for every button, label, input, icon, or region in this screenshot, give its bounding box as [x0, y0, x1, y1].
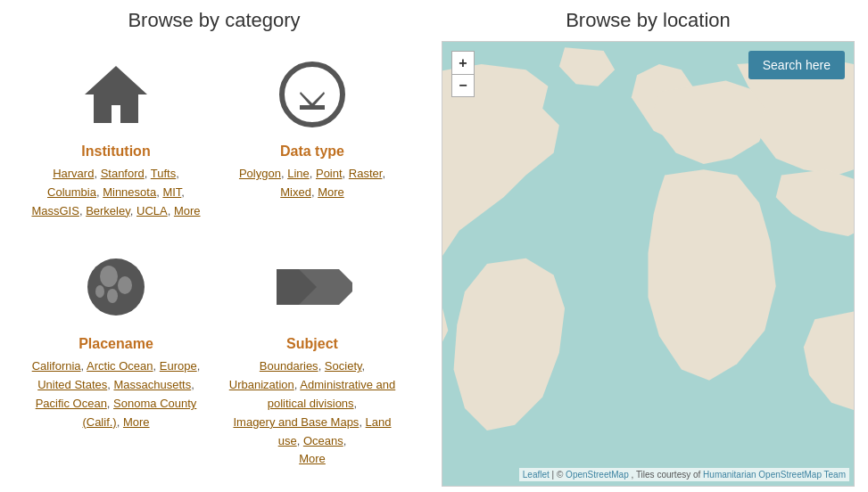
link-oceans[interactable]: Oceans [303, 434, 343, 447]
left-panel: Browse by category Institution Harvard, … [0, 0, 428, 492]
link-minnesota[interactable]: Minnesota [103, 185, 156, 199]
link-society[interactable]: Society [325, 359, 362, 373]
link-arctic-ocean[interactable]: Arctic Ocean [87, 359, 153, 373]
download-icon [272, 54, 352, 135]
link-line[interactable]: Line [287, 167, 310, 180]
category-grid: Institution Harvard, Stanford, Tufts, Co… [18, 45, 410, 487]
link-berkeley[interactable]: Berkeley [86, 204, 130, 217]
osm-link[interactable]: OpenStreetMap [566, 470, 629, 480]
placename-title: Placename [79, 336, 153, 352]
institution-links: Harvard, Stanford, Tufts, Columbia, Minn… [31, 165, 200, 220]
attribution-mid: | © [552, 470, 566, 480]
map-container: + − Search here Leaflet | © OpenStreetMa… [442, 41, 855, 487]
svg-point-6 [118, 276, 132, 294]
globe-icon [76, 247, 156, 327]
link-massachusetts[interactable]: Massachusetts [113, 378, 191, 391]
svg-marker-2 [300, 77, 325, 108]
datatype-title: Data type [280, 144, 344, 160]
svg-point-1 [282, 64, 343, 125]
link-point[interactable]: Point [316, 167, 343, 180]
link-raster[interactable]: Raster [349, 167, 383, 180]
subject-title: Subject [286, 336, 338, 352]
link-polygon[interactable]: Polygon [239, 167, 281, 180]
svg-marker-0 [85, 66, 147, 123]
right-panel-title: Browse by location [442, 9, 855, 32]
left-panel-title: Browse by category [128, 9, 300, 32]
link-boundaries[interactable]: Boundaries [260, 359, 318, 373]
link-subject-more[interactable]: More [299, 452, 326, 465]
link-datatype-more[interactable]: More [318, 185, 344, 199]
svg-point-8 [95, 285, 104, 298]
leaflet-link[interactable]: Leaflet [523, 470, 550, 480]
link-placename-more[interactable]: More [123, 415, 150, 429]
link-massgis[interactable]: MassGIS [31, 204, 79, 217]
link-pacific-ocean[interactable]: Pacific Ocean [36, 397, 107, 410]
zoom-in-button[interactable]: + [451, 51, 475, 74]
link-mit[interactable]: MIT [162, 185, 181, 199]
link-united-states[interactable]: United States [37, 378, 107, 391]
placename-links: California, Arctic Ocean, Europe, United… [32, 357, 201, 431]
category-subject: Subject Boundaries, Society, Urbanizatio… [214, 238, 410, 487]
link-urbanization[interactable]: Urbanization [229, 378, 294, 391]
category-datatype: Data type Polygon, Line, Point, Raster, … [214, 45, 410, 238]
institution-title: Institution [81, 144, 150, 160]
svg-rect-3 [300, 105, 325, 110]
svg-point-4 [87, 258, 145, 316]
house-icon [76, 54, 156, 135]
attribution-tiles: , Tiles courtesy of [632, 470, 704, 480]
tag-icon [272, 247, 352, 327]
hot-link[interactable]: Humanitarian OpenStreetMap Team [703, 470, 846, 480]
right-panel: Browse by location [428, 0, 868, 492]
map-attribution: Leaflet | © OpenStreetMap , Tiles courte… [519, 468, 849, 481]
link-stanford[interactable]: Stanford [101, 167, 145, 180]
link-harvard[interactable]: Harvard [53, 167, 94, 180]
link-tufts[interactable]: Tufts [151, 167, 176, 180]
link-columbia[interactable]: Columbia [47, 185, 96, 199]
category-institution: Institution Harvard, Stanford, Tufts, Co… [18, 45, 214, 238]
zoom-controls: + − [451, 51, 475, 97]
subject-links: Boundaries, Society, Urbanization, Admin… [223, 357, 401, 469]
link-ucla[interactable]: UCLA [136, 204, 168, 217]
link-institution-more[interactable]: More [174, 204, 201, 217]
svg-point-5 [100, 266, 118, 287]
search-here-button[interactable]: Search here [748, 51, 845, 79]
link-imagery[interactable]: Imagery and Base Maps [233, 415, 359, 429]
zoom-out-button[interactable]: − [451, 74, 475, 97]
link-europe[interactable]: Europe [160, 359, 197, 373]
svg-point-7 [107, 289, 118, 303]
link-mixed[interactable]: Mixed [280, 185, 311, 199]
datatype-links: Polygon, Line, Point, Raster, Mixed, Mor… [239, 165, 385, 202]
category-placename: Placename California, Arctic Ocean, Euro… [18, 238, 214, 487]
link-california[interactable]: California [32, 359, 81, 373]
